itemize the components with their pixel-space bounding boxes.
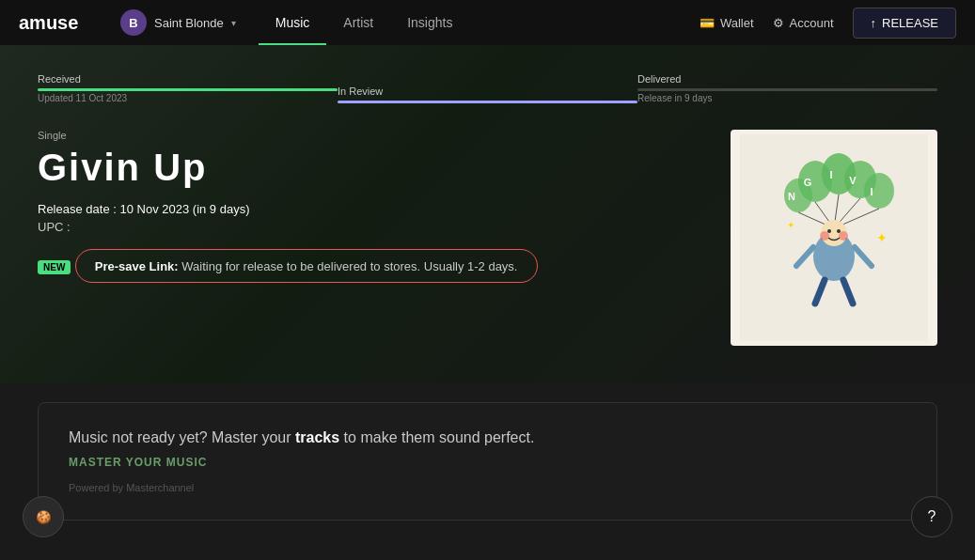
release-date-row: Release date : 10 Nov 2023 (in 9 days)	[38, 202, 702, 216]
progress-step-review: In Review	[338, 86, 637, 103]
cookie-button[interactable]: 🍪	[23, 496, 64, 537]
release-button[interactable]: ↑ RELEASE	[853, 8, 956, 39]
cookie-icon: 🍪	[36, 510, 52, 524]
svg-text:I: I	[870, 186, 873, 197]
pre-save-desc: Waiting for release to be delivered to s…	[181, 259, 517, 273]
step-review-label: In Review	[338, 86, 637, 97]
release-title: Givin Up	[38, 147, 702, 189]
release-date-label: Release date :	[38, 202, 117, 216]
pre-save-text: Pre-save Link: Waiting for release to be…	[95, 259, 518, 273]
hero-left: Single Givin Up Release date : 10 Nov 20…	[38, 130, 702, 283]
fab-button[interactable]: ?	[911, 496, 952, 537]
release-button-label: RELEASE	[882, 16, 938, 30]
step-received-label: Received	[38, 73, 338, 85]
main-nav: Music Artist Insights	[259, 0, 700, 45]
step-delivered-label: Delivered	[637, 73, 937, 85]
in-progress-section: In progress Releases shown here are in p…	[0, 539, 975, 560]
hero-content: Single Givin Up Release date : 10 Nov 20…	[38, 130, 937, 346]
step-received-line	[38, 88, 338, 91]
nav-item-insights[interactable]: Insights	[390, 0, 469, 45]
logo[interactable]: amuse	[19, 12, 94, 33]
wallet-nav[interactable]: 💳 Wallet	[700, 16, 754, 30]
gear-icon: ⚙	[773, 16, 784, 30]
user-menu[interactable]: B Saint Blonde ▾	[113, 6, 244, 39]
upc-row: UPC :	[38, 220, 702, 234]
svg-point-5	[864, 173, 894, 209]
nav-right: 💳 Wallet ⚙ Account ↑ RELEASE	[700, 8, 956, 39]
account-nav[interactable]: ⚙ Account	[773, 16, 834, 30]
progress-step-delivered: Delivered Release in 9 days	[637, 73, 937, 103]
svg-point-21	[820, 231, 829, 241]
master-title: Music not ready yet? Master your tracks …	[69, 429, 906, 446]
nav-item-artist[interactable]: Artist	[326, 0, 390, 45]
nav-item-music[interactable]: Music	[259, 0, 327, 45]
master-link[interactable]: MASTER YOUR MUSIC	[69, 456, 906, 469]
svg-text:✦: ✦	[876, 230, 888, 245]
master-title-prefix: Music not ready yet? Master your	[69, 429, 291, 445]
svg-text:amuse: amuse	[19, 12, 78, 33]
svg-point-22	[839, 231, 848, 241]
svg-text:V: V	[849, 175, 857, 186]
progress-step-received: Received Updated 11 Oct 2023	[38, 73, 338, 103]
upc-label: UPC :	[38, 220, 71, 234]
powered-by: Powered by Masterchannel	[69, 482, 906, 493]
svg-point-19	[827, 229, 831, 233]
master-section: Music not ready yet? Master your tracks …	[38, 402, 937, 521]
wallet-icon: 💳	[700, 16, 715, 30]
pre-save-label: Pre-save Link:	[95, 259, 179, 273]
progress-bar: Received Updated 11 Oct 2023 In Review D…	[38, 73, 937, 103]
release-type: Single	[38, 130, 702, 141]
step-review-line	[338, 101, 637, 103]
app-header: amuse B Saint Blonde ▾ Music Artist Insi…	[0, 0, 975, 45]
svg-text:G: G	[804, 177, 812, 188]
release-date-value: 10 Nov 2023 (in 9 days)	[119, 202, 249, 216]
artwork-placeholder: G I V I N	[731, 130, 937, 346]
master-title-highlight: tracks	[295, 429, 339, 445]
wallet-label: Wallet	[720, 16, 754, 30]
hero-section: Received Updated 11 Oct 2023 In Review D…	[0, 45, 975, 383]
step-delivered-line	[637, 88, 937, 91]
svg-text:✦: ✦	[787, 220, 794, 230]
user-name: Saint Blonde	[154, 16, 224, 30]
new-badge: NEW	[38, 260, 71, 274]
avatar: B	[120, 9, 147, 36]
step-delivered-sub: Release in 9 days	[637, 93, 937, 103]
svg-text:N: N	[788, 191, 795, 202]
step-received-sub: Updated 11 Oct 2023	[38, 93, 338, 103]
release-artwork: G I V I N	[731, 130, 937, 346]
chevron-down-icon: ▾	[231, 18, 236, 28]
pre-save-container: Pre-save Link: Waiting for release to be…	[75, 249, 538, 283]
chat-icon: ?	[928, 508, 936, 525]
svg-point-20	[837, 229, 841, 233]
svg-text:I: I	[829, 169, 832, 180]
master-title-suffix: to make them sound perfect.	[344, 429, 535, 445]
release-icon: ↑	[871, 16, 877, 30]
account-label: Account	[790, 16, 834, 30]
